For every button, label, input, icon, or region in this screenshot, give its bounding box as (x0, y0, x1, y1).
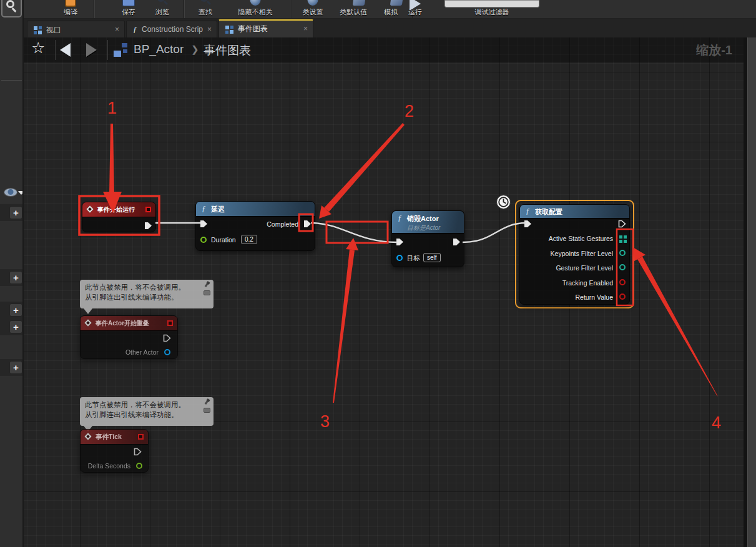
duration-pin[interactable] (200, 237, 207, 243)
add-graph-button[interactable]: + (9, 206, 22, 219)
exec-in-pin[interactable] (200, 220, 208, 228)
exec-in-pin[interactable] (396, 238, 404, 246)
function-icon: ƒ (526, 206, 530, 216)
disable-indicator-icon (167, 320, 173, 326)
event-icon (84, 433, 91, 440)
return-value-pin[interactable] (619, 293, 626, 300)
completed-exec-out-pin[interactable] (303, 220, 312, 228)
comment-bubble-icon[interactable] (204, 290, 210, 295)
duration-value-field[interactable]: 0.2 (241, 235, 257, 244)
target-value-field[interactable]: self (423, 253, 441, 262)
latent-clock-icon (496, 195, 511, 209)
event-icon (86, 205, 93, 212)
close-icon[interactable]: × (115, 25, 119, 34)
node-destroy-actor[interactable]: ƒ 销毁Actor 目标是Actor 目标 self (391, 210, 464, 267)
annotation-number-4: 4 (712, 413, 721, 433)
tab-construction-script[interactable]: ƒ Construction Scrip × (126, 21, 217, 37)
chevron-down-icon[interactable] (18, 191, 24, 195)
toolbar-separator (94, 0, 95, 19)
event-graph-icon (225, 26, 233, 34)
save-icon (122, 0, 135, 6)
find-icon (200, 0, 210, 6)
annotation-number-3: 3 (320, 412, 330, 431)
other-actor-pin[interactable] (164, 349, 170, 355)
disabled-node-comment: 此节点被禁用，将不会被调用。 从引脚连出引线来编译功能。 (80, 280, 214, 308)
node-event-tick[interactable]: 事件Tick Delta Seconds (80, 429, 149, 473)
breadcrumb-chevron: ❯ (191, 44, 199, 55)
tab-event-graph[interactable]: 事件图表 × (218, 19, 313, 37)
gesture-filter-level-pin[interactable] (619, 264, 626, 270)
class-settings-icon (308, 0, 318, 6)
blueprint-icon (114, 43, 127, 57)
function-icon: ƒ (133, 24, 137, 34)
separator (107, 40, 108, 60)
compile-icon (65, 0, 76, 7)
add-macro-button[interactable]: + (9, 303, 22, 317)
nav-back-icon[interactable] (60, 43, 71, 57)
browse-button[interactable]: 浏览 (140, 0, 185, 19)
tab-viewport[interactable]: 视口 × (27, 21, 125, 37)
blueprint-editor-window: + + + + + 编译 保存 浏览 查找 隐藏不相关 (0, 0, 756, 547)
event-icon (84, 319, 91, 326)
close-icon[interactable]: × (207, 25, 212, 34)
document-tabs: 视口 × ƒ Construction Scrip × 事件图表 × (24, 19, 756, 37)
disable-indicator-icon (138, 434, 144, 440)
exec-out-pin[interactable] (163, 334, 171, 342)
breadcrumb-asset[interactable]: BP_Actor (134, 42, 184, 56)
graph-breadcrumb-bar: ☆ BP_Actor ❯ 事件图表 缩放-1 (24, 37, 744, 62)
add-dispatcher-button[interactable]: + (9, 361, 22, 374)
pin-icon[interactable] (204, 282, 210, 288)
zoom-level-label: 缩放-1 (696, 42, 732, 59)
debug-filter-button[interactable]: 调试过滤器 (444, 0, 539, 19)
hide-unrelated-button[interactable]: 隐藏不相关 (222, 0, 288, 19)
add-function-button[interactable]: + (9, 271, 22, 284)
class-defaults-icon (353, 0, 366, 6)
comment-tail (84, 308, 92, 314)
node-delay[interactable]: ƒ 延迟 Completed Duration 0.2 (195, 201, 315, 251)
exec-out-pin[interactable] (453, 238, 461, 246)
visibility-eye-icon[interactable] (4, 188, 17, 197)
search-input[interactable] (1, 0, 22, 17)
node-event-actor-begin-overlap[interactable]: 事件Actor开始重叠 Other Actor (80, 315, 178, 359)
exec-out-pin[interactable] (144, 222, 152, 230)
disable-indicator-icon (145, 207, 151, 212)
browse-icon (157, 0, 167, 6)
hide-unrelated-icon (250, 0, 261, 6)
function-icon: ƒ (202, 204, 206, 214)
annotation-number-2: 2 (405, 102, 414, 121)
exec-out-pin[interactable] (618, 220, 626, 228)
play-button[interactable]: 运行 (393, 0, 437, 19)
my-blueprint-panel-edge: + + + + + (0, 0, 24, 547)
active-static-gestures-pin[interactable] (619, 235, 622, 239)
delta-seconds-pin[interactable] (136, 463, 142, 469)
pin-icon[interactable] (204, 399, 210, 405)
keypoints-filter-level-pin[interactable] (619, 250, 626, 256)
tracking-enabled-pin[interactable] (619, 279, 626, 285)
annotation-number-1: 1 (107, 99, 117, 118)
exec-out-pin[interactable] (134, 448, 142, 456)
close-icon[interactable]: × (303, 24, 308, 33)
node-get-config[interactable]: ƒ 获取配置 Active Static Gestures Keypoints … (519, 204, 630, 305)
comment-bubble-icon[interactable] (204, 408, 210, 413)
add-variable-button[interactable]: + (9, 320, 22, 333)
nav-forward-icon[interactable] (86, 43, 97, 57)
breadcrumb-graph[interactable]: 事件图表 (204, 42, 251, 59)
class-defaults-button[interactable]: 类默认值 (331, 0, 376, 19)
function-icon: ƒ (398, 213, 402, 223)
right-panel-edge[interactable] (747, 37, 756, 547)
find-button[interactable]: 查找 (184, 0, 227, 19)
disabled-node-comment: 此节点被禁用，将不会被调用。 从引脚连出引线来编译功能。 (80, 397, 214, 426)
viewport-icon (34, 26, 42, 34)
bookmark-star-icon[interactable]: ☆ (31, 39, 45, 57)
separator (55, 40, 56, 60)
class-settings-button[interactable]: 类设置 (292, 0, 333, 19)
compile-button[interactable]: 编译 (50, 0, 91, 19)
exec-in-pin[interactable] (524, 220, 532, 228)
sidebar-divider (1, 80, 22, 81)
target-pin[interactable] (396, 255, 403, 261)
toolbar: 编译 保存 浏览 查找 隐藏不相关 类设置 类默认值 (24, 0, 756, 19)
node-event-beginplay[interactable]: 事件开始运行 (82, 202, 156, 232)
